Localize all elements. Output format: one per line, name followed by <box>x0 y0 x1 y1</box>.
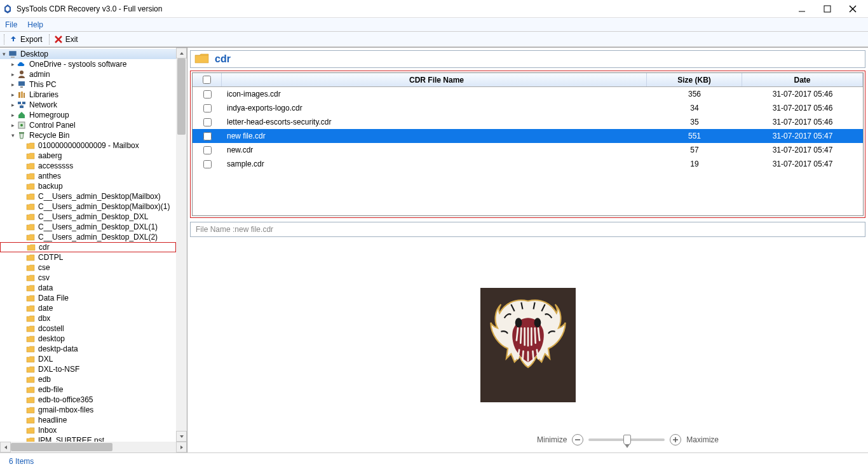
folder-icon <box>26 242 36 252</box>
tree-folder[interactable]: C__Users_admin_Desktop_DXL <box>0 212 176 222</box>
tree-item-pc[interactable]: ▸This PC <box>0 79 176 90</box>
folder-icon <box>25 374 36 384</box>
tree-item-label: Data File <box>38 294 69 302</box>
scroll-thumb[interactable] <box>177 58 186 135</box>
scroll-right-button[interactable] <box>176 442 187 452</box>
tree-folder[interactable]: DXL-to-NSF <box>0 364 176 374</box>
tree-expander-icon[interactable]: ▸ <box>9 81 17 88</box>
scroll-down-button[interactable] <box>176 431 187 442</box>
window-titlebar: SysTools CDR Recovery v3.0 - Full versio… <box>0 0 868 18</box>
tree-folder[interactable]: dcostell <box>0 323 176 334</box>
tree-folder[interactable]: accesssss <box>0 161 176 171</box>
file-row[interactable]: indya-exports-logo.cdr3431-07-2017 05:46 <box>193 101 863 115</box>
folder-icon <box>25 293 36 303</box>
tree-folder[interactable]: C__Users_admin_Desktop(Mailbox)(1) <box>0 201 176 212</box>
tree-folder[interactable]: gmail-mbox-files <box>0 405 176 415</box>
tree-expander-icon[interactable]: ▸ <box>9 112 17 118</box>
file-row-checkbox[interactable] <box>203 146 212 154</box>
tree-folder[interactable]: csv <box>0 273 176 283</box>
lib-icon <box>17 90 27 100</box>
header-name[interactable]: CDR File Name <box>222 73 647 86</box>
file-row-checkbox[interactable] <box>203 132 212 140</box>
file-row-checkbox[interactable] <box>203 118 212 126</box>
toolbar-separator <box>4 34 6 44</box>
tree-folder[interactable]: backup <box>0 181 176 191</box>
tree-folder[interactable]: cdr <box>0 242 176 252</box>
file-row[interactable]: letter-head-escorts-security.cdr3531-07-… <box>193 115 863 129</box>
select-all-checkbox[interactable] <box>203 76 211 84</box>
menu-help[interactable]: Help <box>27 20 43 29</box>
tree-folder[interactable]: date <box>0 303 176 313</box>
tree-item-home[interactable]: ▸Homegroup <box>0 110 176 120</box>
file-row-checkbox[interactable] <box>203 104 212 112</box>
tree-folder[interactable]: CDTPL <box>0 252 176 262</box>
tree-expander-icon[interactable]: ▾ <box>0 51 8 57</box>
close-button[interactable] <box>840 1 865 17</box>
scroll-left-button[interactable] <box>0 442 11 452</box>
tree-item-cloud[interactable]: ▸OneDrive - systools software <box>0 59 176 69</box>
zoom-out-button[interactable] <box>572 434 583 445</box>
tree-folder[interactable]: C__Users_admin_Desktop_DXL(2) <box>0 232 176 242</box>
tree-item-net[interactable]: ▸Network <box>0 100 176 110</box>
zoom-in-button[interactable] <box>670 434 681 445</box>
tree-folder[interactable]: Inbox <box>0 425 176 435</box>
zoom-slider-track[interactable] <box>588 438 665 441</box>
tree-folder[interactable]: IPM_SUBTREE.pst <box>0 435 176 442</box>
tree-folder[interactable]: edb <box>0 374 176 384</box>
tree-folder[interactable]: Data File <box>0 293 176 303</box>
folder-icon <box>25 354 36 364</box>
tree-root-desktop[interactable]: ▾Desktop <box>0 49 176 59</box>
minimize-button[interactable] <box>789 1 815 17</box>
tree-folder[interactable]: 0100000000000009 - Mailbox <box>0 140 176 151</box>
tree-folder[interactable]: data <box>0 283 176 293</box>
tree-vertical-scrollbar[interactable] <box>176 48 187 442</box>
menubar: File Help <box>0 18 868 32</box>
tree-folder[interactable]: desktp-data <box>0 344 176 354</box>
menu-file[interactable]: File <box>5 20 17 29</box>
zoom-minimize-label: Minimize <box>537 435 567 444</box>
tree-expander-icon[interactable]: ▸ <box>9 92 17 98</box>
tree-folder[interactable]: dbx <box>0 313 176 323</box>
exit-button[interactable]: Exit <box>54 35 78 44</box>
tree-item-recycle-bin[interactable]: ▾Recycle Bin <box>0 130 176 140</box>
scroll-up-button[interactable] <box>176 48 187 58</box>
zoom-slider-thumb[interactable] <box>623 435 631 445</box>
tree-expander-icon[interactable]: ▸ <box>9 61 17 67</box>
tree-expander-icon[interactable]: ▸ <box>9 71 17 78</box>
file-row[interactable]: new.cdr5731-07-2017 05:47 <box>193 143 863 157</box>
tree-folder[interactable]: anthes <box>0 171 176 181</box>
tree-folder[interactable]: aaberg <box>0 151 176 161</box>
preview-area: Minimize Maximize <box>190 240 865 450</box>
tree-folder[interactable]: headline <box>0 415 176 425</box>
header-date[interactable]: Date <box>742 73 863 86</box>
file-row[interactable]: icon-images.cdr35631-07-2017 05:46 <box>193 87 863 101</box>
tree-expander-icon[interactable]: ▸ <box>9 122 17 128</box>
tree-folder[interactable]: C__Users_admin_Desktop_DXL(1) <box>0 222 176 232</box>
maximize-button[interactable] <box>815 1 840 17</box>
tree-expander-icon[interactable]: ▾ <box>9 132 17 139</box>
scroll-thumb[interactable] <box>11 443 112 451</box>
tree-folder[interactable]: cse <box>0 262 176 273</box>
breadcrumb: cdr <box>190 50 865 68</box>
tree-folder[interactable]: edb-to-office365 <box>0 395 176 405</box>
file-row-checkbox[interactable] <box>203 160 212 168</box>
header-checkbox-column[interactable] <box>193 73 222 86</box>
tree-item-control[interactable]: ▸Control Panel <box>0 120 176 130</box>
tree-item-lib[interactable]: ▸Libraries <box>0 90 176 100</box>
file-row[interactable]: new file.cdr55131-07-2017 05:47 <box>193 129 863 143</box>
tree-item-label: C__Users_admin_Desktop_DXL <box>38 212 148 221</box>
file-row-checkbox[interactable] <box>203 90 212 99</box>
tree-horizontal-scrollbar[interactable] <box>0 442 187 452</box>
export-button[interactable]: Export <box>9 35 43 44</box>
file-row[interactable]: sample.cdr1931-07-2017 05:47 <box>193 157 863 171</box>
header-size[interactable]: Size (KB) <box>647 73 742 86</box>
preview-label-prefix: File Name : <box>196 225 234 234</box>
tree-folder[interactable]: C__Users_admin_Desktop(Mailbox) <box>0 191 176 201</box>
tree-item-label: desktop <box>38 334 65 343</box>
tree-expander-icon[interactable]: ▸ <box>9 102 17 108</box>
tree-folder[interactable]: edb-file <box>0 384 176 395</box>
tree-item-user[interactable]: ▸admin <box>0 69 176 79</box>
svg-point-20 <box>20 124 23 126</box>
tree-folder[interactable]: DXL <box>0 354 176 364</box>
tree-folder[interactable]: desktop <box>0 334 176 344</box>
